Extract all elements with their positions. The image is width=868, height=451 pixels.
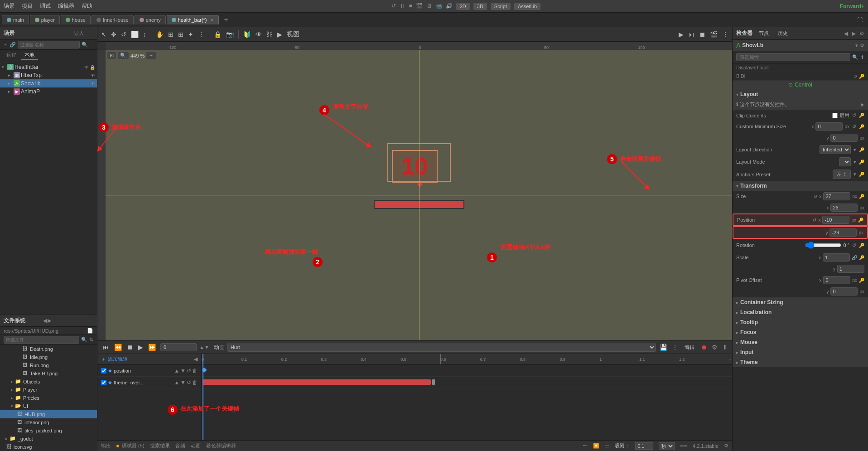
tooltip-header[interactable]: ▸ Tooltip xyxy=(733,317,868,327)
status-anim[interactable]: 动画 xyxy=(191,442,201,449)
fs-path-icon[interactable]: 📄 xyxy=(87,328,93,334)
menu-project[interactable]: 项目 xyxy=(22,2,33,10)
fs-item-prticles[interactable]: ▸ 📁 Prticles xyxy=(0,394,97,402)
timeline-area[interactable]: 0 0.1 0.2 0.3 0.4 0.5 0.6 0.7 0.8 0.9 1 … xyxy=(202,354,732,440)
showlb-vis-icon[interactable]: 👁 xyxy=(91,81,95,86)
tab-health-bar[interactable]: health_bar(*) ✕ xyxy=(167,15,219,24)
scene-filter-btn[interactable]: ⋮ xyxy=(87,29,93,37)
tool-resize[interactable]: ↕ xyxy=(141,29,148,39)
position-y-input[interactable] xyxy=(829,228,857,237)
track-pos-up[interactable]: ▲ xyxy=(174,368,179,374)
tab-innerhouse[interactable]: InnerHouse xyxy=(92,15,134,24)
size-reset-icon[interactable]: ↺ xyxy=(814,194,817,199)
localization-header[interactable]: ▸ Localization xyxy=(733,307,868,317)
tool-camera[interactable]: 📷 xyxy=(224,29,236,39)
anim-settings-icon[interactable]: ⚙ xyxy=(711,343,719,352)
pivot-keyframe[interactable]: 🔑 xyxy=(859,278,864,283)
viewport-maximize-btn[interactable]: ⛶ xyxy=(854,17,866,23)
tool-select[interactable]: ↖ xyxy=(99,29,108,39)
tool-path[interactable]: ⛓ xyxy=(265,29,275,39)
tab-healthbar-close[interactable]: ✕ xyxy=(210,18,214,23)
fs-item-run[interactable]: 🖼 Run.png xyxy=(0,361,97,369)
position-x-input[interactable] xyxy=(822,216,849,224)
tool-rotate[interactable]: ↺ xyxy=(119,29,128,39)
tool-anim[interactable]: ▶ xyxy=(275,29,284,39)
input-header[interactable]: ▸ Input xyxy=(733,347,868,357)
snap-value-input[interactable] xyxy=(635,442,653,450)
menu-debug[interactable]: 调试 xyxy=(40,2,51,10)
tab-main[interactable]: main xyxy=(2,15,29,24)
anim-name-select[interactable]: Hurt xyxy=(227,343,656,352)
anim-play-btn[interactable]: ▶ xyxy=(136,343,145,352)
anim-edit-btn[interactable]: 编辑 xyxy=(682,343,697,352)
tree-item-hbartxp[interactable]: ▸ ▦ HbarTxp 👁 xyxy=(0,71,97,79)
tool-pan[interactable]: ✋ xyxy=(154,29,165,39)
tool-bone[interactable]: ✦ xyxy=(186,29,195,39)
track-position-checkbox[interactable] xyxy=(101,368,106,373)
fs-nav-left[interactable]: ◀ xyxy=(43,318,47,324)
node-expand-btn[interactable]: ▾ xyxy=(855,43,858,48)
tool-play[interactable]: ▶ xyxy=(677,29,685,39)
fs-filter-icon[interactable]: 🔍 xyxy=(81,337,87,343)
history-tab-btn[interactable]: 历史 xyxy=(775,29,791,38)
anim-record-btn[interactable]: ⏺ xyxy=(700,343,708,352)
keyframe-theme-bar[interactable] xyxy=(203,379,431,385)
scene-link-icon[interactable]: 🔗 xyxy=(10,42,16,48)
status-output[interactable]: 输出 xyxy=(101,442,111,449)
fs-item-objects[interactable]: ▸ 📁 Objects xyxy=(0,378,97,386)
focus-header[interactable]: ▸ Focus xyxy=(733,327,868,337)
track-theme-delete[interactable]: 🗑 xyxy=(192,379,198,386)
anchors-preset-reset[interactable]: ▾ xyxy=(853,171,857,177)
bidi-reset[interactable]: ↺ xyxy=(854,74,857,79)
track-pos-loop[interactable]: ↺ xyxy=(187,368,191,374)
scene-tab-remote[interactable]: 远程 xyxy=(3,51,20,60)
tool-more2[interactable]: ⋮ xyxy=(720,29,730,39)
size-y-input[interactable] xyxy=(830,204,858,212)
zoom-out-btn[interactable]: 🔍 xyxy=(118,52,129,59)
tree-item-showlb[interactable]: ▸ A ShowLb 👁 xyxy=(0,79,97,87)
scene-import-btn[interactable]: 导入 xyxy=(73,29,85,38)
inspector-filter-input[interactable] xyxy=(736,53,850,61)
position-reset-icon[interactable]: ↺ xyxy=(813,218,816,223)
inspector-settings-icon[interactable]: ⚙ xyxy=(859,30,864,37)
anim-filter-icon[interactable]: 🔽 xyxy=(593,443,599,449)
hbartxp-vis-icon[interactable]: 👁 xyxy=(91,73,95,78)
fs-item-icon[interactable]: 🖼 icon.svg xyxy=(0,443,97,451)
layout-mode-keyframe[interactable]: 🔑 xyxy=(859,160,864,165)
clip-contents-checkbox[interactable] xyxy=(832,113,838,118)
inspector-filter-icon[interactable]: 🔍 xyxy=(852,54,858,60)
node-tab-btn[interactable]: 节点 xyxy=(756,29,772,38)
fs-sort-icon[interactable]: ⇅ xyxy=(89,337,93,343)
anim-more-icon[interactable]: ⋮ xyxy=(671,343,679,352)
tab-add-btn[interactable]: ＋ xyxy=(220,15,232,24)
status-audio[interactable]: 音频 xyxy=(175,442,185,449)
tab-enemy[interactable]: enemy xyxy=(135,15,166,24)
track-theme-checkbox[interactable] xyxy=(101,380,106,385)
rotation-slider[interactable] xyxy=(805,240,841,250)
inspector-expand-all[interactable]: ⬆ xyxy=(860,54,864,60)
layout-mode-reset[interactable]: ▾ xyxy=(853,159,857,165)
mode-assetlib-btn[interactable]: AssetLib xyxy=(514,3,540,10)
fs-item-godot[interactable]: ▸ 📁 _godot xyxy=(0,435,97,443)
position-keyframe[interactable]: 🔑 xyxy=(858,218,863,223)
custom-min-x-input[interactable] xyxy=(815,122,843,131)
track-theme-down[interactable]: ▼ xyxy=(180,379,186,386)
rotation-reset[interactable]: ↺ xyxy=(851,242,857,248)
inspector-forward-icon[interactable]: ▶ xyxy=(852,30,856,37)
anim-curve-icon[interactable]: 〜 xyxy=(583,442,588,449)
scene-tab-local[interactable]: 本地 xyxy=(21,51,38,60)
status-search[interactable]: 搜索结果 xyxy=(150,442,170,449)
track-pos-delete[interactable]: 🗑 xyxy=(192,368,198,374)
canvas-area[interactable]: 10 ✥ xyxy=(106,50,732,340)
layout-dir-reset[interactable]: ▾ xyxy=(853,147,857,153)
tree-item-healthbar[interactable]: ▾ ⬡ HealthBar 👁 🔒 xyxy=(0,63,97,71)
fs-item-interior[interactable]: 🖼 interior.png xyxy=(0,418,97,427)
scale-link-icon[interactable]: 🔗 xyxy=(852,255,857,260)
move-handle[interactable]: ✥ xyxy=(417,181,423,188)
add-track-btn[interactable]: ＋ 添加轨道 xyxy=(101,356,128,363)
track-theme-up[interactable]: ▲ xyxy=(174,379,179,386)
bidi-keyframe[interactable]: 🔑 xyxy=(859,74,864,79)
clip-contents-keyframe[interactable]: 🔑 xyxy=(859,113,864,118)
anim-prev-key-btn[interactable]: ⏪ xyxy=(112,343,124,352)
menu-editor[interactable]: 编辑器 xyxy=(58,2,74,10)
